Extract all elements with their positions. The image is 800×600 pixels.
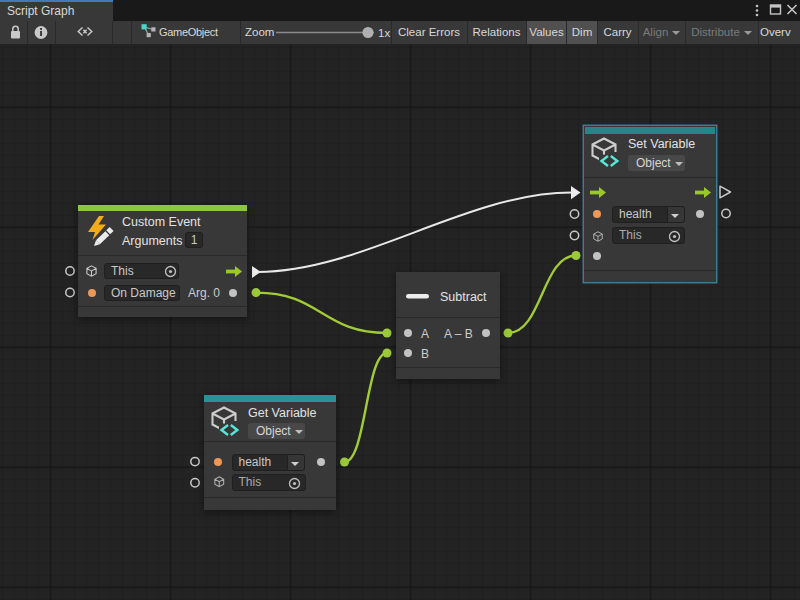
svg-text:1x: 1x: [378, 27, 390, 39]
